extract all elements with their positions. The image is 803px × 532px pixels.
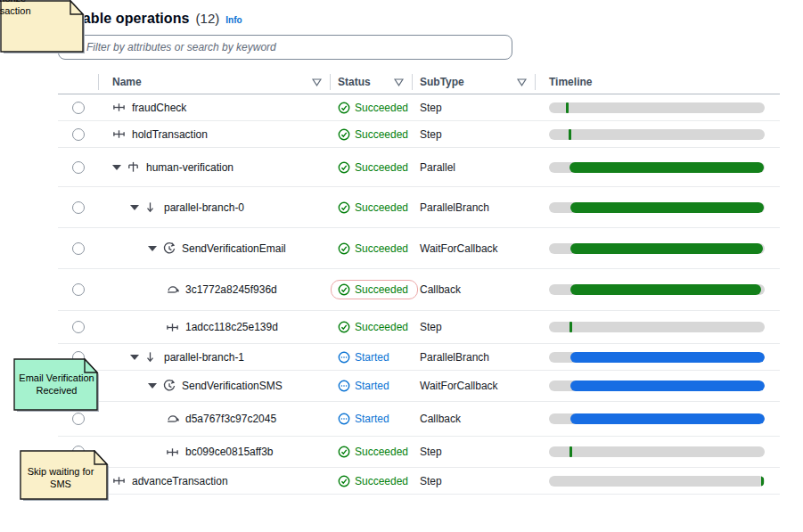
succeeded-icon <box>338 321 350 333</box>
step-icon <box>166 320 180 334</box>
timeline-bar <box>549 352 765 363</box>
status-badge: Succeeded <box>338 201 408 214</box>
row-name: d5a767f3c97c2045 <box>185 413 276 425</box>
started-icon <box>338 351 350 364</box>
row-select-radio[interactable] <box>72 283 85 296</box>
row-select-radio[interactable] <box>72 413 85 425</box>
subtype-label: WaitForCallback <box>413 242 536 255</box>
status-badge: Succeeded <box>338 242 408 255</box>
status-label: Succeeded <box>355 321 408 333</box>
row-name: human-verification <box>146 161 234 174</box>
table-row: bc099ce0815aff3bSucceededStep <box>58 437 780 468</box>
step-icon <box>166 445 180 459</box>
column-label: Timeline <box>536 76 592 88</box>
row-select-radio[interactable] <box>72 161 85 174</box>
table-body: fraudCheckSucceededStepholdTransactionSu… <box>58 94 780 495</box>
annotation-text: Authorize Transaction <box>0 0 14 9</box>
row-select-radio[interactable] <box>72 321 85 333</box>
row-select-radio[interactable] <box>72 102 85 114</box>
annotation-note: Email Verification Received <box>13 358 103 410</box>
succeeded-icon <box>338 475 350 487</box>
row-name: SendVerificationSMS <box>182 380 283 392</box>
row-name: SendVerificationEmail <box>182 242 286 255</box>
step-icon <box>112 127 127 142</box>
expand-caret[interactable] <box>148 383 157 389</box>
row-name: advanceTransaction <box>132 475 228 487</box>
status-label: Started <box>355 380 389 392</box>
filter-icon[interactable] <box>517 78 527 86</box>
timeline-bar <box>549 162 765 173</box>
status-label: Succeeded <box>355 242 408 255</box>
timeline-bar <box>549 413 765 424</box>
succeeded-icon <box>338 201 350 214</box>
expand-caret[interactable] <box>148 246 157 251</box>
succeeded-icon <box>338 128 350 141</box>
status-label: Succeeded <box>355 446 408 458</box>
subtype-label: Callback <box>413 413 536 425</box>
branch-icon <box>144 201 159 215</box>
expand-caret[interactable] <box>130 355 139 360</box>
row-name: 1adcc118c25e139d <box>185 321 278 333</box>
parallel-icon <box>127 160 141 175</box>
status-badge: Succeeded <box>338 446 408 458</box>
row-name: parallel-branch-1 <box>164 351 244 364</box>
subtype-label: Step <box>413 446 536 458</box>
subtype-label: ParallelBranch <box>413 201 536 214</box>
search-input[interactable] <box>86 41 503 53</box>
table-row: advanceTransactionSucceededStep <box>58 468 780 495</box>
status-label: Succeeded <box>355 102 408 114</box>
step-icon <box>112 101 127 115</box>
timeline-bar <box>549 243 765 254</box>
expand-caret[interactable] <box>130 205 139 210</box>
info-link[interactable]: Info <box>225 15 242 25</box>
callback-icon <box>166 412 180 426</box>
status-label: Succeeded <box>355 283 408 296</box>
column-label: Status <box>331 76 371 88</box>
timeline-bar <box>549 476 765 487</box>
table-row: SendVerificationSMSStartedWaitForCallbac… <box>58 371 780 402</box>
timeline-bar <box>549 129 765 140</box>
timeline-bar <box>549 102 765 113</box>
annotation-text: Email Verification Received <box>13 358 103 410</box>
subtype-label: Callback <box>413 283 536 296</box>
subtype-label: WaitForCallback <box>413 380 536 392</box>
timeline-bar <box>549 284 765 295</box>
column-header-name[interactable]: Name <box>99 70 331 94</box>
started-icon <box>338 380 350 392</box>
row-name: fraudCheck <box>132 102 186 114</box>
column-header-subtype[interactable]: SubType <box>413 70 536 94</box>
row-select-radio[interactable] <box>72 128 85 141</box>
succeeded-icon <box>338 242 350 255</box>
table-row: holdTransactionSucceededStep <box>58 121 780 148</box>
status-badge: Started <box>338 351 389 364</box>
column-label: SubType <box>413 76 464 88</box>
filter-icon[interactable] <box>312 78 322 86</box>
annotation-text: Skip waiting for SMS <box>20 450 105 504</box>
durable-operations-panel: Durable operations (12) Info Name Status <box>58 11 780 495</box>
status-badge: Started <box>338 380 389 392</box>
status-badge: Succeeded <box>338 128 408 141</box>
row-name: parallel-branch-0 <box>164 201 244 214</box>
row-select-radio[interactable] <box>72 242 85 255</box>
column-label: Name <box>99 76 142 88</box>
subtype-label: Step <box>413 475 536 487</box>
table-row: human-verificationSucceededParallel <box>58 148 780 187</box>
wait-callback-icon <box>162 241 176 256</box>
row-name: holdTransaction <box>132 128 208 141</box>
table-header: Name Status SubType Timeline <box>58 70 780 94</box>
status-badge: Succeeded <box>338 321 408 333</box>
step-icon <box>112 474 127 488</box>
timeline-bar <box>549 202 765 213</box>
expand-caret[interactable] <box>112 165 121 170</box>
branch-icon <box>144 350 159 364</box>
subtype-label: Step <box>413 321 536 333</box>
column-header-status[interactable]: Status <box>331 70 413 94</box>
timeline-bar <box>549 446 765 457</box>
table-row: 1adcc118c25e139dSucceededStep <box>58 311 780 344</box>
row-select-radio[interactable] <box>72 201 85 214</box>
subtype-label: Parallel <box>413 161 536 174</box>
status-label: Succeeded <box>355 201 408 214</box>
subtype-label: ParallelBranch <box>413 351 536 364</box>
filter-icon[interactable] <box>394 78 404 86</box>
table-row: 3c1772a8245f936dSucceededCallback <box>58 269 780 311</box>
